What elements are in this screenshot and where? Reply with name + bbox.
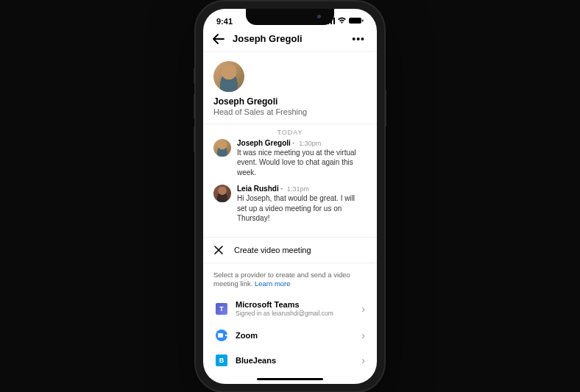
date-divider: TODAY — [203, 124, 377, 139]
message-time: 1:30pm — [299, 140, 321, 147]
svg-rect-5 — [362, 19, 364, 21]
message-header: Leia Rushdi · 1:31pm — [237, 185, 367, 193]
provider-name: BlueJeans — [236, 356, 354, 365]
provider-name: Microsoft Teams — [236, 300, 354, 309]
message-header: Joseph Gregoli · 1:30pm — [237, 139, 367, 147]
close-button[interactable] — [213, 245, 224, 255]
provider-name: Zoom — [236, 331, 354, 340]
provider-body: BlueJeans — [236, 356, 354, 365]
avatar — [213, 185, 231, 202]
battery-icon — [349, 17, 364, 26]
chat-header: Joseph Gregoli ••• — [203, 29, 377, 52]
more-button[interactable]: ••• — [352, 33, 368, 45]
message-text: It was nice meeting you at the virtual e… — [237, 148, 367, 178]
message-time: 1:31pm — [287, 185, 309, 193]
messages-list: Joseph Gregoli · 1:30pm It was nice meet… — [203, 139, 377, 231]
notch — [246, 9, 334, 25]
chevron-right-icon: › — [361, 354, 365, 366]
provider-bluejeans[interactable]: BlueJeans › — [213, 348, 367, 373]
camera-dot — [317, 15, 321, 18]
header-title: Joseph Gregoli — [233, 33, 352, 44]
avatar — [213, 139, 231, 157]
chevron-right-icon: › — [361, 329, 365, 341]
screen: 9:41 Joseph Gregoli ••• Josep — [203, 9, 377, 384]
teams-icon — [215, 302, 228, 316]
sheet-description: Select a provider to create and send a v… — [203, 263, 377, 295]
sheet-title: Create video meeting — [234, 246, 311, 254]
chevron-right-icon: › — [361, 303, 365, 315]
provider-sub: Signed in as leiarushdi@gmail.com — [236, 310, 354, 317]
message-sender: Leia Rushdi — [237, 185, 279, 193]
provider-microsoft-teams[interactable]: Microsoft Teams Signed in as leiarushdi@… — [213, 294, 367, 323]
message-body: Leia Rushdi · 1:31pm Hi Joseph, that wou… — [237, 185, 367, 224]
zoom-icon — [215, 329, 228, 342]
learn-more-link[interactable]: Learn more — [255, 279, 291, 288]
message-text: Hi Joseph, that would be great. I will s… — [237, 193, 367, 224]
profile-section[interactable]: Joseph Gregoli Head of Sales at Freshing — [203, 52, 377, 124]
home-indicator[interactable] — [257, 378, 323, 380]
side-button-vol-down — [194, 126, 196, 152]
status-time: 9:41 — [216, 17, 233, 26]
svg-rect-3 — [333, 18, 335, 24]
message-body: Joseph Gregoli · 1:30pm It was nice meet… — [237, 139, 367, 178]
bluejeans-icon — [215, 354, 228, 367]
phone-frame: 9:41 Joseph Gregoli ••• Josep — [196, 1, 384, 391]
provider-list: Microsoft Teams Signed in as leiarushdi@… — [203, 294, 377, 379]
provider-zoom[interactable]: Zoom › — [213, 323, 367, 348]
message-item[interactable]: Leia Rushdi · 1:31pm Hi Joseph, that wou… — [213, 185, 367, 224]
provider-body: Zoom — [236, 331, 354, 340]
side-button-vol-up — [194, 93, 196, 119]
message-item[interactable]: Joseph Gregoli · 1:30pm It was nice meet… — [213, 139, 367, 178]
profile-subtitle: Head of Sales at Freshing — [213, 107, 367, 116]
sheet-header: Create video meeting — [203, 237, 377, 263]
wifi-icon — [337, 17, 347, 26]
dot-sep: · — [293, 139, 295, 147]
side-button-mute — [194, 68, 196, 84]
dot-sep: · — [280, 185, 283, 193]
avatar — [213, 61, 244, 92]
side-button-right — [384, 90, 386, 126]
provider-body: Microsoft Teams Signed in as leiarushdi@… — [236, 300, 354, 317]
profile-name: Joseph Gregoli — [213, 96, 367, 107]
svg-rect-4 — [349, 18, 361, 24]
back-button[interactable] — [212, 32, 225, 46]
message-sender: Joseph Gregoli — [237, 139, 291, 147]
